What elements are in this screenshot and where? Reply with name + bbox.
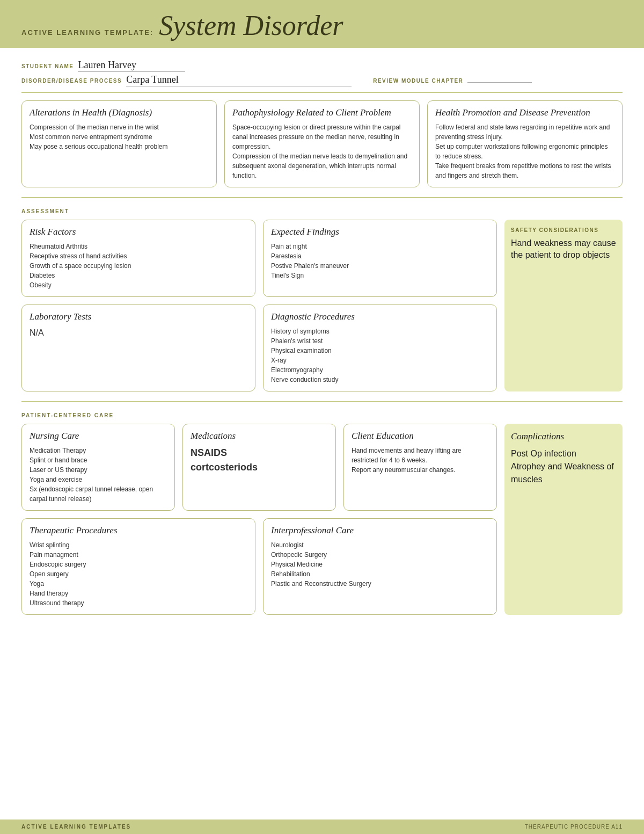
review-value [467, 82, 532, 83]
card-alterations-title: Alterations in Health (Diagnosis) [30, 107, 209, 118]
card-diagnostic-procedures-body: History of symptoms Phalen's wrist test … [271, 327, 489, 385]
card-expected-findings-body: Pain at night Parestesia Postive Phalen'… [271, 242, 489, 280]
patient-care-label: PATIENT-CENTERED CARE [21, 412, 114, 418]
card-risk-factors: Risk Factors Rheumatoid Arthritis Recept… [21, 220, 255, 297]
review-label: REVIEW MODULE CHAPTER [373, 78, 463, 84]
card-medications-title: Medications [191, 431, 328, 441]
card-therapeutic-procedures-body: Wrist splinting Pain managment Endoscopi… [30, 540, 247, 608]
card-risk-factors-title: Risk Factors [30, 227, 247, 237]
patient-grid-top: Nursing Care Medication Therapy Splint o… [21, 424, 497, 511]
card-nursing-care-title: Nursing Care [30, 431, 167, 441]
card-expected-findings: Expected Findings Pain at night Parestes… [263, 220, 497, 297]
card-pathophysiology: Pathophysiology Related to Client Proble… [224, 100, 420, 187]
safety-considerations: SAFETY CONSIDERATIONS Hand weakness may … [504, 220, 623, 391]
card-nursing-care-body: Medication Therapy Splint or hand brace … [30, 446, 167, 504]
header: ACTIVE LEARNING TEMPLATE: System Disorde… [0, 0, 644, 48]
card-interprofessional-care-body: Neurologist Orthopedic Surgery Physical … [271, 540, 489, 589]
assessment-label: ASSESSMENT [21, 208, 69, 214]
complications-title: Complications [511, 431, 616, 442]
complications-section: Complications Post Op infection Atrophey… [504, 424, 623, 615]
safety-title: SAFETY CONSIDERATIONS [511, 227, 616, 233]
header-label: ACTIVE LEARNING TEMPLATE: [21, 28, 153, 37]
card-client-education: Client Education Hand movements and heav… [343, 424, 497, 511]
review-section: REVIEW MODULE CHAPTER [373, 78, 532, 84]
card-diagnostic-procedures-title: Diagnostic Procedures [271, 311, 489, 322]
card-laboratory-tests-title: Laboratory Tests [30, 311, 247, 322]
card-interprofessional-care: Interprofessional Care Neurologist Ortho… [263, 518, 497, 615]
patient-grid-bottom: Therapeutic Procedures Wrist splinting P… [21, 518, 497, 615]
card-health-promotion-body: Follow federal and state laws regarding … [435, 122, 614, 180]
card-pathophysiology-title: Pathophysiology Related to Client Proble… [232, 107, 412, 118]
card-medications: Medications NSAIDS cortcosteriods [182, 424, 336, 511]
top-boxes: Alterations in Health (Diagnosis) Compre… [21, 100, 623, 187]
header-title: System Disorder [159, 10, 343, 41]
assessment-section: Risk Factors Rheumatoid Arthritis Recept… [21, 220, 623, 391]
divider-bottom [21, 401, 623, 402]
card-health-promotion-title: Health Promotion and Disease Prevention [435, 107, 614, 118]
disorder-label: DISORDER/DISEASE PROCESS [21, 78, 122, 84]
footer-right: THERAPEUTIC PROCEDURE A11 [525, 824, 623, 830]
card-therapeutic-procedures: Therapeutic Procedures Wrist splinting P… [21, 518, 255, 615]
footer-left: ACTIVE LEARNING TEMPLATES [21, 824, 131, 830]
divider-top [21, 92, 623, 93]
card-alterations-body: Compression of the median nerve in the w… [30, 122, 209, 151]
card-alterations: Alterations in Health (Diagnosis) Compre… [21, 100, 217, 187]
card-health-promotion: Health Promotion and Disease Prevention … [427, 100, 623, 187]
card-interprofessional-care-title: Interprofessional Care [271, 525, 489, 536]
safety-text: Hand weakness may cause the patient to d… [511, 237, 616, 262]
name-label: STUDENT NAME [21, 63, 74, 69]
complications-text: Post Op infection Atrophey and Weakness … [511, 447, 616, 486]
patient-section: Nursing Care Medication Therapy Splint o… [21, 424, 623, 615]
card-medications-body: NSAIDS cortcosteriods [191, 446, 328, 475]
card-diagnostic-procedures: Diagnostic Procedures History of symptom… [263, 304, 497, 391]
card-expected-findings-title: Expected Findings [271, 227, 489, 237]
card-risk-factors-body: Rheumatoid Arthritis Receptive stress of… [30, 242, 247, 290]
card-laboratory-tests: Laboratory Tests N/A [21, 304, 255, 391]
student-info: STUDENT NAME Lauren Harvey DISORDER/DISE… [21, 60, 623, 86]
card-client-education-body: Hand movements and heavy lifting are res… [352, 446, 489, 475]
footer: ACTIVE LEARNING TEMPLATES THERAPEUTIC PR… [0, 820, 644, 834]
card-client-education-title: Client Education [352, 431, 489, 441]
card-nursing-care: Nursing Care Medication Therapy Splint o… [21, 424, 175, 511]
divider-middle [21, 197, 623, 198]
card-laboratory-tests-body: N/A [30, 327, 247, 339]
patient-left: Nursing Care Medication Therapy Splint o… [21, 424, 504, 615]
card-therapeutic-procedures-title: Therapeutic Procedures [30, 525, 247, 536]
student-name: Lauren Harvey [78, 60, 185, 72]
disorder-value: Carpa Tunnel [126, 74, 352, 86]
card-pathophysiology-body: Space-occupying lesion or direct pressur… [232, 122, 412, 180]
assessment-left: Risk Factors Rheumatoid Arthritis Recept… [21, 220, 504, 391]
